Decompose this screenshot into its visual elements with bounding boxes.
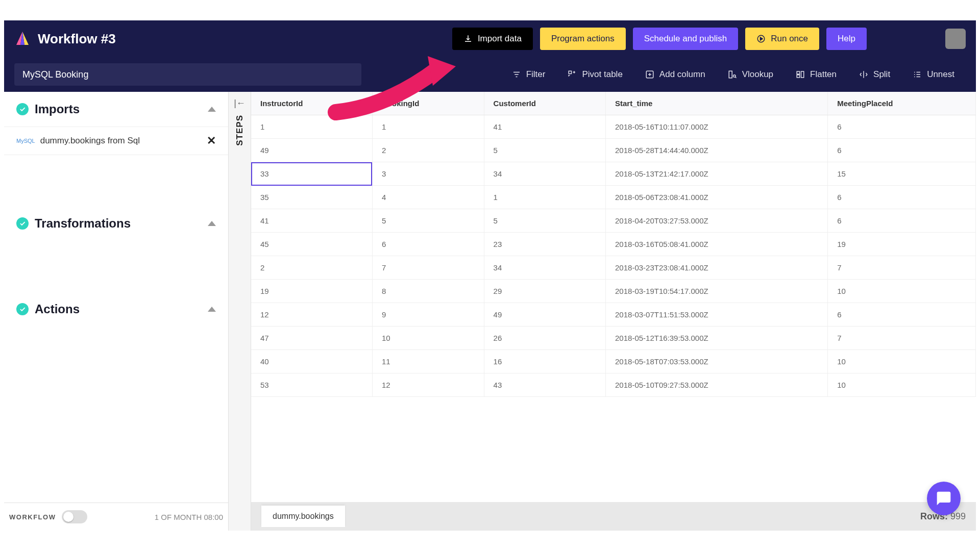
table-row[interactable]: 27342018-03-23T23:08:41.000Z7 (251, 256, 976, 280)
table-cell[interactable]: 6 (828, 139, 976, 162)
table-row[interactable]: 456232018-03-16T05:08:41.000Z19 (251, 233, 976, 256)
table-cell[interactable]: 6 (828, 303, 976, 327)
table-cell[interactable]: 7 (828, 256, 976, 280)
table-cell[interactable]: 2018-03-23T23:08:41.000Z (606, 256, 828, 280)
table-cell[interactable]: 19 (251, 280, 372, 303)
table-cell[interactable]: 2 (372, 139, 484, 162)
table-cell[interactable]: 41 (484, 115, 605, 139)
table-cell[interactable]: 7 (828, 327, 976, 350)
column-header[interactable]: BookingId (372, 92, 484, 115)
program-actions-button[interactable]: Program actions (540, 28, 626, 50)
column-header[interactable]: MeetingPlaceId (828, 92, 976, 115)
table-cell[interactable]: 9 (372, 303, 484, 327)
table-cell[interactable]: 2018-04-20T03:27:53.000Z (606, 209, 828, 233)
table-cell[interactable]: 53 (251, 373, 372, 397)
collapse-icon[interactable]: |← (234, 98, 246, 109)
table-row[interactable]: 129492018-03-07T11:51:53.000Z6 (251, 303, 976, 327)
user-avatar[interactable] (945, 29, 966, 49)
table-cell[interactable]: 2018-03-19T10:54:17.000Z (606, 280, 828, 303)
table-row[interactable]: 5312432018-05-10T09:27:53.000Z10 (251, 373, 976, 397)
data-grid[interactable]: InstructorIdBookingIdCustomerIdStart_tim… (251, 92, 976, 502)
table-cell[interactable]: 10 (828, 373, 976, 397)
dataset-tab[interactable]: dummy.bookings (261, 506, 345, 527)
table-cell[interactable]: 1 (251, 115, 372, 139)
table-cell[interactable]: 12 (251, 303, 372, 327)
table-cell[interactable]: 2018-05-28T14:44:40.000Z (606, 139, 828, 162)
table-cell[interactable]: 5 (484, 139, 605, 162)
table-cell[interactable]: 10 (828, 280, 976, 303)
add-column-button[interactable]: Add column (634, 63, 717, 86)
column-header[interactable]: Start_time (606, 92, 828, 115)
table-row[interactable]: 4710262018-05-12T16:39:53.000Z7 (251, 327, 976, 350)
table-row[interactable]: 49252018-05-28T14:44:40.000Z6 (251, 139, 976, 162)
table-cell[interactable]: 33 (251, 162, 372, 186)
table-cell[interactable]: 23 (484, 233, 605, 256)
table-cell[interactable]: 47 (251, 327, 372, 350)
column-header[interactable]: CustomerId (484, 92, 605, 115)
table-row[interactable]: 198292018-03-19T10:54:17.000Z10 (251, 280, 976, 303)
table-cell[interactable]: 8 (372, 280, 484, 303)
help-button[interactable]: Help (826, 28, 867, 50)
table-cell[interactable]: 40 (251, 350, 372, 373)
actions-section-header[interactable]: Actions (16, 302, 216, 316)
table-cell[interactable]: 2018-05-06T23:08:41.000Z (606, 186, 828, 209)
table-cell[interactable]: 1 (372, 115, 484, 139)
table-cell[interactable]: 45 (251, 233, 372, 256)
import-data-button[interactable]: Import data (452, 28, 533, 50)
table-cell[interactable]: 43 (484, 373, 605, 397)
table-cell[interactable]: 10 (372, 327, 484, 350)
app-logo[interactable] (14, 31, 31, 47)
table-cell[interactable]: 49 (251, 139, 372, 162)
table-cell[interactable]: 19 (828, 233, 976, 256)
table-cell[interactable]: 6 (828, 209, 976, 233)
table-cell[interactable]: 2018-05-12T16:39:53.000Z (606, 327, 828, 350)
table-cell[interactable]: 2018-05-16T10:11:07.000Z (606, 115, 828, 139)
table-cell[interactable]: 29 (484, 280, 605, 303)
table-cell[interactable]: 34 (484, 162, 605, 186)
table-cell[interactable]: 1 (484, 186, 605, 209)
table-cell[interactable]: 2018-05-13T21:42:17.000Z (606, 162, 828, 186)
table-cell[interactable]: 3 (372, 162, 484, 186)
table-row[interactable]: 35412018-05-06T23:08:41.000Z6 (251, 186, 976, 209)
table-row[interactable]: 4011162018-05-18T07:03:53.000Z10 (251, 350, 976, 373)
table-cell[interactable]: 10 (828, 350, 976, 373)
split-button[interactable]: Split (848, 63, 901, 86)
workflow-toggle[interactable] (62, 510, 87, 523)
table-cell[interactable]: 11 (372, 350, 484, 373)
table-row[interactable]: 333342018-05-13T21:42:17.000Z15 (251, 162, 976, 186)
chat-button[interactable] (927, 482, 961, 515)
table-cell[interactable]: 6 (828, 186, 976, 209)
close-icon[interactable]: ✕ (207, 134, 216, 147)
table-cell[interactable]: 2018-03-07T11:51:53.000Z (606, 303, 828, 327)
table-cell[interactable]: 16 (484, 350, 605, 373)
unnest-button[interactable]: Unnest (901, 63, 966, 86)
table-cell[interactable]: 41 (251, 209, 372, 233)
table-cell[interactable]: 2018-05-10T09:27:53.000Z (606, 373, 828, 397)
table-cell[interactable]: 15 (828, 162, 976, 186)
schedule-publish-button[interactable]: Schedule and publish (633, 28, 739, 50)
data-source-input[interactable] (14, 63, 361, 86)
imports-section-header[interactable]: Imports (16, 102, 216, 116)
table-cell[interactable]: 6 (372, 233, 484, 256)
table-cell[interactable]: 5 (372, 209, 484, 233)
steps-panel-tab[interactable]: |← STEPS (229, 92, 251, 531)
column-header[interactable]: InstructorId (251, 92, 372, 115)
table-cell[interactable]: 2 (251, 256, 372, 280)
table-row[interactable]: 41552018-04-20T03:27:53.000Z6 (251, 209, 976, 233)
table-cell[interactable]: 26 (484, 327, 605, 350)
filter-button[interactable]: Filter (501, 63, 557, 86)
transformations-section-header[interactable]: Transformations (16, 216, 216, 231)
pivot-button[interactable]: Pivot table (556, 63, 633, 86)
table-cell[interactable]: 2018-05-18T07:03:53.000Z (606, 350, 828, 373)
import-item[interactable]: MySQL dummy.bookings from Sql ✕ (4, 127, 228, 155)
flatten-button[interactable]: Flatten (785, 63, 848, 86)
table-cell[interactable]: 2018-03-16T05:08:41.000Z (606, 233, 828, 256)
table-cell[interactable]: 12 (372, 373, 484, 397)
table-cell[interactable]: 35 (251, 186, 372, 209)
table-cell[interactable]: 6 (828, 115, 976, 139)
table-cell[interactable]: 5 (484, 209, 605, 233)
table-cell[interactable]: 49 (484, 303, 605, 327)
table-row[interactable]: 11412018-05-16T10:11:07.000Z6 (251, 115, 976, 139)
vlookup-button[interactable]: Vlookup (717, 63, 785, 86)
run-once-button[interactable]: Run once (745, 28, 819, 50)
